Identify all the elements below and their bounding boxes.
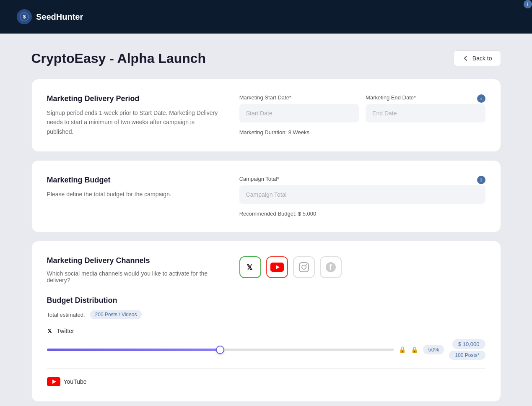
channels-heading: Marketing Delivery Channels (47, 256, 223, 265)
twitter-slider-container (47, 349, 394, 351)
channels-card: Marketing Delivery Channels Which social… (31, 241, 501, 402)
lock-right-icon[interactable]: 🔒 (411, 346, 418, 353)
svg-text:$: $ (23, 14, 26, 20)
twitter-icon: 𝕏 (245, 262, 256, 273)
platform-divider (47, 368, 485, 369)
budget-distribution: Budget Distribution Total estimated: 200… (47, 296, 485, 386)
youtube-platform-name: YouTube (47, 377, 87, 386)
channels-description: Which social media channels would you li… (47, 270, 223, 284)
budget-description: Please define the total budget for the c… (47, 190, 223, 199)
start-date-field: Marketing Start Date* (239, 94, 359, 122)
channels-left: Marketing Delivery Channels Which social… (47, 256, 223, 284)
estimated-badge: 200 Posts / Videos (90, 310, 142, 319)
youtube-small-icon (47, 377, 60, 386)
back-arrow-icon (462, 55, 469, 62)
instagram-icon (298, 261, 310, 273)
delivery-period-card: Marketing Delivery Period Signup period … (31, 79, 501, 152)
twitter-amount-badge: $ 10,000 (452, 339, 485, 349)
twitter-slider-fill (47, 349, 221, 351)
delivery-period-right: Marketing Start Date* Marketing End Date… (239, 94, 485, 135)
svg-point-6 (302, 265, 306, 269)
twitter-platform-row: 𝕏 Twitter i 🔓 🔒 50% $ 10,000 (47, 328, 485, 360)
end-date-label: Marketing End Date* (366, 94, 485, 101)
total-estimated: Total estimated: 200 Posts / Videos (47, 310, 485, 319)
app-name: SeedHunter (36, 12, 83, 22)
delivery-period-left: Marketing Delivery Period Signup period … (47, 94, 223, 136)
twitter-posts-badge: 100 Posts* (449, 351, 485, 360)
end-date-input[interactable] (366, 104, 485, 122)
delivery-period-heading: Marketing Delivery Period (47, 94, 223, 103)
channel-twitter[interactable]: 𝕏 (239, 256, 261, 278)
campaign-total-field: Campaign Total* i (239, 176, 485, 204)
svg-point-7 (306, 264, 307, 265)
svg-text:𝕏: 𝕏 (247, 263, 253, 272)
budget-left: Marketing Budget Please define the total… (47, 176, 223, 199)
end-date-info-icon[interactable]: i (477, 94, 485, 103)
budget-right: Campaign Total* i Recommended Budget: $ … (239, 176, 485, 217)
twitter-label: Twitter (57, 328, 74, 334)
campaign-total-input[interactable] (239, 185, 485, 204)
logo-area: $ SeedHunter (17, 9, 83, 24)
campaign-total-label: Campaign Total* (239, 176, 279, 182)
twitter-platform-header: 𝕏 Twitter i (47, 328, 485, 334)
twitter-badges-stack: $ 10,000 100 Posts* (449, 339, 485, 360)
marketing-duration: Marketing Duration: 8 Weeks (239, 129, 485, 135)
twitter-slider-section: 🔓 🔒 50% $ 10,000 100 Posts* (47, 339, 485, 360)
channel-instagram[interactable] (293, 256, 315, 278)
youtube-info-icon[interactable]: i (524, 0, 532, 8)
logo-icon: $ (17, 9, 32, 24)
svg-text:𝕏: 𝕏 (47, 328, 52, 334)
youtube-icon (270, 263, 284, 272)
youtube-label: YouTube (64, 378, 87, 385)
page-title: CryptoEasy - Alpha Launch (31, 51, 206, 66)
back-button-label: Back to (472, 55, 492, 62)
twitter-percent-badge: 50% (423, 345, 444, 354)
start-date-input[interactable] (239, 104, 359, 122)
lock-left-icon[interactable]: 🔓 (399, 346, 406, 353)
channel-facebook[interactable]: f (320, 256, 342, 278)
marketing-budget-card: Marketing Budget Please define the total… (31, 160, 501, 232)
campaign-total-info-icon[interactable]: i (477, 176, 485, 184)
channels-right: 𝕏 (239, 256, 485, 278)
start-date-label: Marketing Start Date* (239, 94, 359, 101)
delivery-period-description: Signup period ends 1-week prior to Start… (47, 108, 223, 136)
budget-heading: Marketing Budget (47, 176, 223, 185)
twitter-slider-thumb[interactable] (216, 346, 224, 354)
twitter-small-icon: 𝕏 (47, 328, 54, 334)
recommended-budget: Recommended Budget: $ 5,000 (239, 211, 485, 217)
back-button[interactable]: Back to (454, 50, 501, 66)
page-header: CryptoEasy - Alpha Launch Back to (31, 50, 501, 66)
navbar: $ SeedHunter (0, 0, 532, 34)
youtube-platform-row: YouTube i (47, 377, 485, 386)
budget-distribution-heading: Budget Distribution (47, 296, 485, 305)
total-estimated-label: Total estimated: (47, 312, 85, 318)
main-content: CryptoEasy - Alpha Launch Back to Market… (15, 34, 518, 406)
twitter-platform-name: 𝕏 Twitter (47, 328, 74, 334)
end-date-field: Marketing End Date* i (366, 94, 485, 122)
channel-youtube[interactable] (266, 256, 288, 278)
svg-rect-5 (299, 263, 309, 272)
svg-text:f: f (329, 263, 332, 271)
facebook-icon: f (325, 261, 337, 273)
